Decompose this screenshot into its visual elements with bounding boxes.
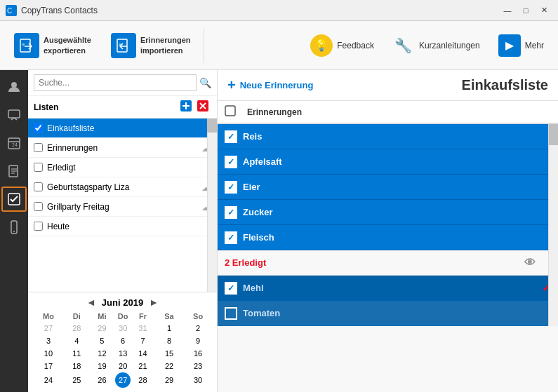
reminder-name-fleisch: Fleisch	[243, 232, 551, 243]
calendar-day[interactable]: 26	[89, 372, 116, 388]
list-scrollbar-thumb[interactable]	[207, 119, 217, 133]
calendar-day[interactable]: 29	[89, 322, 116, 334]
calendar-day[interactable]: 17	[32, 360, 65, 372]
list-item[interactable]: Grillparty Freitag ☁	[28, 197, 217, 217]
calendar-day[interactable]: 12	[89, 347, 116, 360]
search-button[interactable]: 🔍	[199, 77, 211, 88]
reminder-checkbox-eier[interactable]	[225, 181, 237, 194]
calendar-day[interactable]: 23	[183, 360, 213, 372]
calendar-day[interactable]: 15	[155, 347, 183, 360]
calendar-day[interactable]: 16	[183, 347, 213, 360]
reminder-item-eier[interactable]: Eier	[218, 175, 558, 200]
reminders-scrollbar-thumb[interactable]	[549, 124, 558, 145]
completed-count-label: 2 Erledigt	[225, 257, 519, 268]
calendar-day[interactable]: 31	[131, 322, 155, 334]
reminder-checkbox-mehl[interactable]	[225, 282, 237, 295]
list-item[interactable]: Erinnerungen ☁	[28, 138, 217, 158]
reminder-item-tomaten[interactable]: Tomaten	[218, 301, 558, 326]
calendar-day[interactable]: 4	[65, 334, 89, 347]
search-input[interactable]	[34, 74, 197, 91]
calendar-day[interactable]: 2	[183, 322, 213, 334]
export-button[interactable]: ≡ Ausgewählte exportieren	[7, 29, 100, 62]
cal-day-header-so: So	[183, 311, 213, 322]
calendar-day[interactable]: 19	[89, 360, 116, 372]
calendar-day[interactable]: 30	[115, 322, 131, 334]
sidebar-item-calendar[interactable]: 24	[1, 130, 27, 156]
list-item[interactable]: Einkaufsliste	[28, 119, 217, 138]
calendar-header: ◄ Juni 2019 ►	[32, 297, 213, 308]
reminders-scrollbar[interactable]	[548, 124, 558, 326]
feedback-icon: 💡	[310, 34, 333, 57]
list-item[interactable]: Heute	[28, 217, 217, 236]
list-item-checkbox[interactable]	[34, 143, 43, 152]
more-button[interactable]: ▶ Mehr	[491, 30, 551, 61]
calendar-day[interactable]: 27	[115, 372, 131, 388]
list-item-checkbox[interactable]	[34, 222, 43, 231]
list-item[interactable]: Erledigt	[28, 158, 217, 177]
reminder-checkbox-fleisch[interactable]	[225, 231, 237, 244]
list-item-checkbox[interactable]	[34, 123, 43, 133]
calendar-next-button[interactable]: ►	[149, 297, 159, 308]
reminder-item-apfelsaft[interactable]: Apfelsaft	[218, 149, 558, 175]
import-button[interactable]: ≡ Erinnerungen importieren	[104, 29, 197, 62]
calendar-day[interactable]: 18	[65, 360, 89, 372]
svg-rect-26	[225, 106, 235, 116]
calendar-day[interactable]: 3	[32, 334, 65, 347]
sidebar-item-device[interactable]	[1, 215, 27, 240]
reminder-item-zucker[interactable]: Zucker	[218, 200, 558, 225]
close-button[interactable]: ✕	[536, 4, 552, 18]
list-item[interactable]: Geburtstagsparty Liza ☁	[28, 177, 217, 197]
calendar-day[interactable]: 7	[131, 334, 155, 347]
calendar-day[interactable]: 27	[32, 322, 65, 334]
calendar-day[interactable]: 11	[65, 347, 89, 360]
svg-point-8	[11, 82, 17, 88]
reminder-item-mehl[interactable]: Mehl ✓	[218, 276, 558, 301]
calendar-day[interactable]: 30	[183, 372, 213, 388]
calendar-day[interactable]: 1	[155, 322, 183, 334]
calendar-day[interactable]: 21	[131, 360, 155, 372]
cal-day-header-fr: Fr	[131, 311, 155, 322]
reminder-item-fleisch[interactable]: Fleisch	[218, 225, 558, 250]
calendar-day[interactable]: 20	[115, 360, 131, 372]
sidebar-item-reminders[interactable]	[1, 187, 27, 212]
list-item-name: Geburtstagsparty Liza	[47, 182, 201, 192]
calendar-day[interactable]: 9	[183, 334, 213, 347]
new-reminder-button[interactable]: + Neue Erinnerung	[227, 77, 313, 93]
feedback-label: Feedback	[337, 41, 374, 50]
reminder-item-reis[interactable]: Reis	[218, 124, 558, 149]
calendar-day[interactable]: 22	[155, 360, 183, 372]
calendar-day[interactable]: 10	[32, 347, 65, 360]
list-item-checkbox[interactable]	[34, 182, 43, 191]
sidebar-item-contacts[interactable]	[1, 74, 27, 100]
minimize-button[interactable]: —	[499, 4, 516, 18]
calendar-day[interactable]: 5	[89, 334, 116, 347]
add-list-button[interactable]	[178, 99, 194, 115]
guides-button[interactable]: 🔧 Kurzanleitungen	[385, 30, 487, 61]
reminder-checkbox-apfelsaft[interactable]	[225, 156, 237, 168]
svg-text:24: 24	[12, 142, 18, 147]
calendar-day[interactable]: 13	[115, 347, 131, 360]
reminder-checkbox-zucker[interactable]	[225, 206, 237, 219]
toggle-completed-icon[interactable]: 👁	[524, 257, 536, 269]
feedback-button[interactable]: 💡 Feedback	[303, 30, 381, 61]
maximize-button[interactable]: □	[517, 4, 534, 18]
left-panel: 🔍 Listen Einkaufsliste Erinnerungen ☁	[28, 70, 218, 392]
delete-list-button[interactable]	[194, 99, 211, 115]
calendar-day[interactable]: 25	[65, 372, 89, 388]
calendar-day[interactable]: 6	[115, 334, 131, 347]
calendar-day[interactable]: 8	[155, 334, 183, 347]
sidebar-item-messages[interactable]	[1, 102, 27, 128]
calendar-prev-button[interactable]: ◄	[86, 297, 96, 308]
reminder-checkbox-reis[interactable]	[225, 130, 237, 143]
sidebar-item-notes[interactable]	[1, 158, 27, 184]
calendar-day[interactable]: 29	[155, 372, 183, 388]
cal-day-header-mi: Mi	[89, 311, 116, 322]
list-scrollbar[interactable]	[207, 119, 217, 292]
calendar-day[interactable]: 24	[32, 372, 65, 388]
calendar-day[interactable]: 14	[131, 347, 155, 360]
calendar-day[interactable]: 28	[131, 372, 155, 388]
list-item-checkbox[interactable]	[34, 202, 43, 211]
list-item-checkbox[interactable]	[34, 163, 43, 172]
calendar-day[interactable]: 28	[65, 322, 89, 334]
reminder-checkbox-tomaten[interactable]	[225, 307, 237, 320]
